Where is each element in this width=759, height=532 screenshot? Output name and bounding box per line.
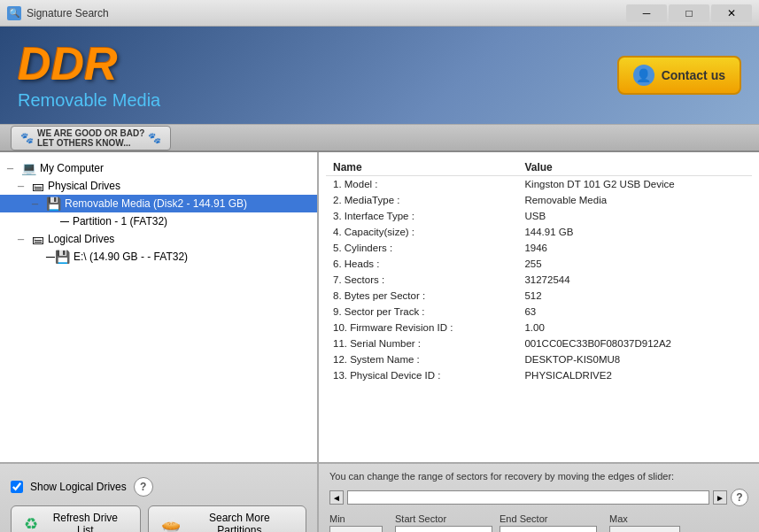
tree-toggle: ─ <box>18 181 28 191</box>
max-field: Max <box>609 513 680 532</box>
table-row: 11. Serial Number :001CC0EC33B0F08037D91… <box>326 335 752 351</box>
tree-label: E:\ (14.90 GB - - FAT32) <box>74 251 188 263</box>
prop-value: 001CC0EC33B0F08037D912A2 <box>517 335 752 351</box>
show-logical-checkbox[interactable] <box>11 481 23 493</box>
minimize-button[interactable]: ─ <box>626 4 667 22</box>
table-row: 2. MediaType :Removable Media <box>326 192 752 208</box>
slider-right-arrow[interactable]: ► <box>713 490 727 505</box>
brand-subtitle: Removable Media <box>18 90 160 111</box>
end-sector-field: End Sector <box>500 513 597 532</box>
tree-label: Partition - 1 (FAT32) <box>73 215 167 227</box>
slider-left-arrow[interactable]: ◄ <box>329 490 344 505</box>
tree-toggle: ─ <box>7 164 18 173</box>
table-row: 4. Capacity(size) :144.91 GB <box>326 224 752 240</box>
prop-name: 13. Physical Device ID : <box>326 367 517 383</box>
start-sector-input[interactable] <box>395 526 492 532</box>
banner-badge: 🐾 WE ARE GOOD OR BAD? LET OTHERS KNOW...… <box>11 126 171 150</box>
paw-icon: 🐾 <box>20 132 34 144</box>
bottom-left: Show Logical Drives ? ♻ Refresh Drive Li… <box>0 464 319 532</box>
help-button[interactable]: ? <box>134 477 153 497</box>
computer-icon: 💻 <box>21 161 36 175</box>
contact-button[interactable]: 👤 Contact us <box>617 56 741 95</box>
tree-label: My Computer <box>40 162 104 174</box>
table-row: 10. Firmware Revision ID :1.00 <box>326 320 752 335</box>
brand-ddr: DDR <box>18 41 118 87</box>
table-row: 6. Heads :255 <box>326 256 752 272</box>
tree-label: Removable Media (Disk2 - 144.91 GB) <box>65 197 247 210</box>
refresh-drive-list-button[interactable]: ♻ Refresh Drive List <box>11 505 141 533</box>
tree-item-e-drive[interactable]: ─💾 E:\ (14.90 GB - - FAT32) <box>0 248 317 266</box>
prop-value: 1.00 <box>517 320 752 335</box>
prop-name: 8. Bytes per Sector : <box>326 288 517 304</box>
table-row: 12. System Name :DESKTOP-KIS0MU8 <box>326 351 752 367</box>
min-label: Min <box>329 513 383 524</box>
logical-icon: 🖴 <box>32 232 44 246</box>
tree-item-partition1[interactable]: ─ Partition - 1 (FAT32) <box>0 212 317 230</box>
close-button[interactable]: ✕ <box>711 4 752 22</box>
tree-item-physical-drives[interactable]: ─ 🖴 Physical Drives <box>0 177 317 195</box>
contact-icon: 👤 <box>633 65 654 86</box>
end-sector-label: End Sector <box>500 513 597 524</box>
max-label: Max <box>609 513 680 524</box>
prop-value: 63 <box>517 304 752 320</box>
edrive-icon: ─💾 <box>46 250 70 264</box>
partitions-label: Search More Partitions <box>186 512 293 533</box>
prop-value: Kingston DT 101 G2 USB Device <box>517 176 752 193</box>
tree-item-my-computer[interactable]: ─ 💻 My Computer <box>0 159 317 177</box>
col-value: Value <box>517 159 752 176</box>
properties-table: Name Value 1. Model :Kingston DT 101 G2 … <box>326 159 752 383</box>
window-title: Signature Search <box>27 7 109 19</box>
prop-name: 4. Capacity(size) : <box>326 224 517 240</box>
end-sector-input[interactable] <box>500 526 597 532</box>
min-input <box>329 526 383 532</box>
tree-label: Physical Drives <box>48 180 120 192</box>
show-logical-label: Show Logical Drives <box>30 481 127 493</box>
prop-value: Removable Media <box>517 192 752 208</box>
right-panel: Name Value 1. Model :Kingston DT 101 G2 … <box>319 152 759 462</box>
bottom-right: You can change the range of sectors for … <box>319 464 759 532</box>
app-icon: 🔍 <box>7 6 21 20</box>
tree-toggle <box>46 217 57 227</box>
title-bar-controls: ─ □ ✕ <box>626 4 752 22</box>
table-row: 7. Sectors :31272544 <box>326 272 752 288</box>
table-row: 9. Sector per Track :63 <box>326 304 752 320</box>
drive-icon: 🖴 <box>32 179 44 193</box>
tree-toggle: ─ <box>18 235 28 244</box>
prop-name: 2. MediaType : <box>326 192 517 208</box>
table-row: 13. Physical Device ID :PHYSICALDRIVE2 <box>326 367 752 383</box>
max-input <box>609 526 680 532</box>
bottom-controls: Show Logical Drives ? ♻ Refresh Drive Li… <box>0 462 759 532</box>
prop-name: 3. Interface Type : <box>326 208 517 224</box>
slider-help-button[interactable]: ? <box>731 489 748 506</box>
table-row: 1. Model :Kingston DT 101 G2 USB Device <box>326 176 752 193</box>
prop-value: 144.91 GB <box>517 224 752 240</box>
prop-value: 255 <box>517 256 752 272</box>
prop-name: 7. Sectors : <box>326 272 517 288</box>
left-panel: ─ 💻 My Computer ─ 🖴 Physical Drives ─ 💾 … <box>0 152 319 462</box>
action-buttons: ♻ Refresh Drive List 🥧 Search More Parti… <box>11 505 306 533</box>
tree-item-removable-media[interactable]: ─ 💾 Removable Media (Disk2 - 144.91 GB) <box>0 195 317 212</box>
sector-row: Min Start Sector End Sector Max <box>329 513 748 532</box>
tree-toggle <box>32 252 43 262</box>
partitions-icon: 🥧 <box>161 514 181 533</box>
prop-value: USB <box>517 208 752 224</box>
maximize-button[interactable]: □ <box>669 4 709 22</box>
prop-name: 12. System Name : <box>326 351 517 367</box>
prop-name: 1. Model : <box>326 176 517 193</box>
table-row: 3. Interface Type :USB <box>326 208 752 224</box>
slider-track[interactable] <box>347 490 709 505</box>
refresh-label: Refresh Drive List <box>43 512 128 533</box>
prop-value: DESKTOP-KIS0MU8 <box>517 351 752 367</box>
tree-item-logical-drives[interactable]: ─ 🖴 Logical Drives <box>0 230 317 248</box>
header: DDR Removable Media 👤 Contact us <box>0 27 759 124</box>
slider-container: ◄ ► ? <box>329 489 748 506</box>
tree-label: Logical Drives <box>48 233 114 245</box>
min-field: Min <box>329 513 383 532</box>
prop-value: 512 <box>517 288 752 304</box>
prop-value: 31272544 <box>517 272 752 288</box>
prop-name: 9. Sector per Track : <box>326 304 517 320</box>
prop-name: 10. Firmware Revision ID : <box>326 320 517 335</box>
prop-name: 11. Serial Number : <box>326 335 517 351</box>
paw-icon-right: 🐾 <box>148 132 161 144</box>
search-more-partitions-button[interactable]: 🥧 Search More Partitions <box>148 505 306 533</box>
